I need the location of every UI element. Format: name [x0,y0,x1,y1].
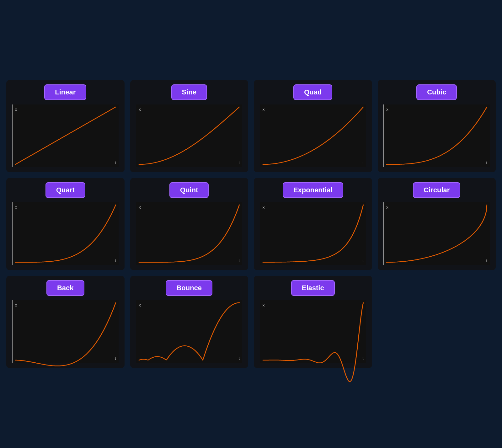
chart-elastic: xt [260,300,366,363]
card-back: Backxt [6,276,125,368]
x-axis-label: t [239,356,240,361]
label-linear: Linear [44,84,86,100]
card-circular: Circularxt [378,178,496,270]
y-axis-label: x [263,107,265,112]
curve-quint [136,202,242,265]
y-axis-label: x [139,303,141,307]
card-quint: Quintxt [130,178,248,270]
y-axis-label: x [139,107,141,112]
chart-sine: xt [136,104,242,167]
y-axis-label: x [139,205,141,210]
label-quart: Quart [45,182,85,198]
row3-container: BackxtBouncextElasticxt [6,276,372,368]
chart-exponential: xt [260,202,366,265]
label-sine: Sine [171,84,207,100]
x-axis-label: t [115,258,116,263]
x-axis-label: t [362,160,364,165]
chart-circular: xt [383,202,490,265]
card-bounce: Bouncext [130,276,248,368]
chart-quint: xt [136,202,242,265]
chart-quart: xt [12,202,119,265]
easing-grid: LinearxtSinextQuadxtCubicxtQuartxtQuintx… [6,80,496,368]
x-axis-label: t [239,258,240,263]
x-axis-label: t [115,356,116,361]
card-linear: Linearxt [6,80,125,172]
y-axis-label: x [386,205,388,210]
chart-bounce: xt [136,300,242,363]
curve-circular [384,202,490,265]
chart-cubic: xt [383,104,490,167]
label-cubic: Cubic [416,84,457,100]
card-cubic: Cubicxt [378,80,496,172]
y-axis-label: x [15,107,17,112]
label-circular: Circular [413,182,460,198]
curve-quad [260,104,366,167]
y-axis-label: x [15,205,17,210]
x-axis-label: t [486,160,488,165]
card-elastic: Elasticxt [254,276,372,368]
x-axis-label: t [486,258,488,263]
curve-exponential [260,202,366,265]
card-quart: Quartxt [6,178,125,270]
chart-quad: xt [260,104,366,167]
curve-back [13,300,119,363]
curve-bounce [136,300,242,363]
card-exponential: Exponentialxt [254,178,372,270]
label-quint: Quint [169,182,209,198]
chart-back: xt [12,300,119,363]
curve-linear [13,104,119,167]
card-sine: Sinext [130,80,248,172]
curve-quart [13,202,119,265]
label-back: Back [46,280,84,296]
label-bounce: Bounce [166,280,212,296]
chart-linear: xt [12,104,119,167]
curve-cubic [384,104,490,167]
y-axis-label: x [386,107,388,112]
curve-sine [136,104,242,167]
y-axis-label: x [263,303,265,307]
x-axis-label: t [115,160,116,165]
x-axis-label: t [362,356,364,361]
label-quad: Quad [293,84,332,100]
label-elastic: Elastic [291,280,335,296]
curve-elastic [260,300,366,363]
y-axis-label: x [15,303,17,307]
x-axis-label: t [239,160,240,165]
label-exponential: Exponential [283,182,343,198]
x-axis-label: t [362,258,364,263]
card-quad: Quadxt [254,80,372,172]
y-axis-label: x [263,205,265,210]
